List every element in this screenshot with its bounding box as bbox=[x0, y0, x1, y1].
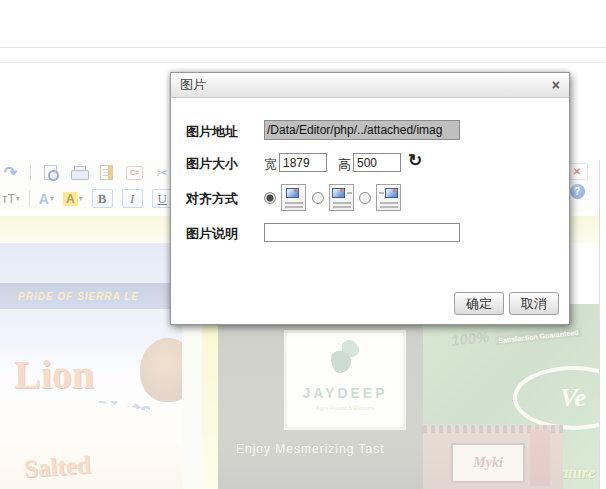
screen: ↷ C# ✂ тT ▾ A ▾ A ▾ B I U bbox=[0, 0, 606, 489]
redo-icon[interactable]: ↷ bbox=[2, 164, 19, 181]
url-label: 图片地址 bbox=[186, 123, 238, 141]
code-icon[interactable]: C# bbox=[126, 164, 143, 181]
header-divider-1 bbox=[0, 47, 606, 48]
align-center-icon[interactable] bbox=[329, 184, 354, 211]
print-icon[interactable] bbox=[70, 164, 87, 181]
width-input[interactable] bbox=[279, 153, 327, 172]
editor-right-border bbox=[599, 160, 600, 489]
italic-button[interactable]: I bbox=[122, 189, 143, 208]
dialog-titlebar[interactable]: 图片 × bbox=[171, 73, 569, 98]
cut-icon[interactable]: ✂ bbox=[154, 164, 171, 181]
size-label: 图片大小 bbox=[186, 155, 238, 173]
close-icon[interactable]: × bbox=[552, 78, 560, 92]
image-url-input[interactable]: /Data/Editor/php/../attached/imag bbox=[264, 120, 460, 140]
font-color-dropdown[interactable]: A ▾ bbox=[39, 191, 54, 207]
ok-button[interactable]: 确定 bbox=[454, 292, 504, 315]
toolbar-separator bbox=[29, 191, 30, 207]
align-label: 对齐方式 bbox=[186, 190, 238, 208]
chevron-down-icon: ▾ bbox=[16, 194, 20, 203]
align-left-radio[interactable] bbox=[264, 192, 276, 204]
chevron-down-icon: ▾ bbox=[50, 194, 54, 203]
toolbar-separator bbox=[30, 165, 31, 181]
reset-size-icon[interactable]: ↻ bbox=[408, 150, 422, 171]
dialog-title: 图片 bbox=[180, 76, 206, 94]
font-size-dropdown[interactable]: тT ▾ bbox=[2, 192, 20, 206]
image-url-selected-text: /Data/Editor/php/../attached/imag bbox=[265, 121, 459, 139]
caption-label: 图片说明 bbox=[186, 225, 238, 243]
image-dialog: 图片 × 图片地址 /Data/Editor/php/../attached/i… bbox=[170, 72, 570, 325]
align-right-icon[interactable] bbox=[376, 184, 401, 211]
header-divider-2 bbox=[0, 62, 606, 63]
highlight-color-dropdown[interactable]: A ▾ bbox=[63, 192, 83, 206]
caption-input[interactable] bbox=[264, 223, 460, 242]
align-center-radio[interactable] bbox=[312, 192, 324, 204]
cancel-button[interactable]: 取消 bbox=[509, 292, 559, 315]
toolbar-row-2: тT ▾ A ▾ A ▾ B I U bbox=[2, 189, 173, 208]
template-icon[interactable] bbox=[98, 164, 115, 181]
bold-button[interactable]: B bbox=[92, 189, 113, 208]
preview-icon[interactable] bbox=[42, 164, 59, 181]
align-right-radio[interactable] bbox=[359, 192, 371, 204]
chevron-down-icon: ▾ bbox=[79, 194, 83, 203]
help-icon[interactable]: ? bbox=[570, 184, 585, 199]
height-label: 高 bbox=[338, 156, 351, 174]
height-input[interactable] bbox=[353, 153, 401, 172]
width-label: 宽 bbox=[264, 156, 277, 174]
align-left-icon[interactable] bbox=[281, 184, 306, 211]
